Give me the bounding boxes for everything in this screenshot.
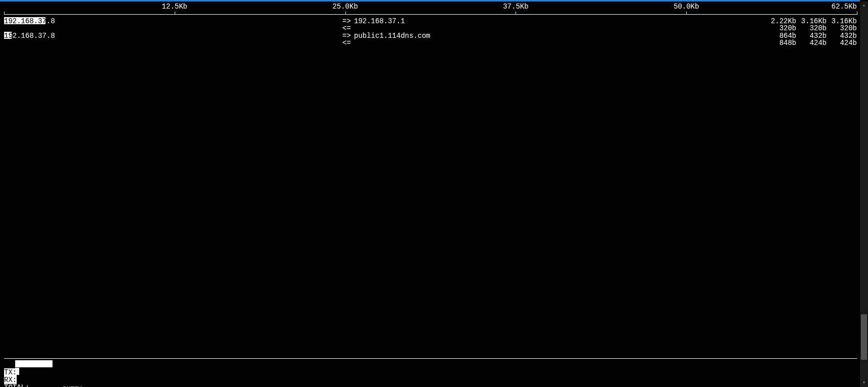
tx-bar <box>15 360 53 367</box>
window-top-accent <box>0 0 860 2</box>
scroll-up-icon[interactable]: ▴ <box>860 2 868 10</box>
recv-rates: 320b320b320b <box>766 24 857 32</box>
footer-rx-row: RX: 372B 1.14Kb 1.14Kb 744b 744b <box>4 368 857 375</box>
cumm-label: cumm: <box>62 384 83 387</box>
scale-tick <box>4 12 5 15</box>
connection-row[interactable]: 192.168.37.8=><=192.168.37.12.22Kb3.16Kb… <box>4 17 857 32</box>
destination-host: 192.168.37.1 <box>354 17 405 25</box>
scale-label: 25.0Kb <box>332 3 358 11</box>
vertical-scrollbar[interactable]: ▴ ▾ <box>860 2 868 387</box>
scale-tick <box>686 12 687 15</box>
scale-label: 37.5Kb <box>503 3 528 11</box>
scroll-down-icon[interactable]: ▾ <box>860 379 868 387</box>
bandwidth-scale: 12.5Kb25.0Kb37.5Kb50.0Kb62.5Kb <box>4 3 857 15</box>
scale-label: 62.5Kb <box>832 3 857 11</box>
arrow-recv-icon: <= <box>342 39 351 47</box>
summary-footer: TX: cumm: 1.79KB peak: 4.09Kb rates: 3.0… <box>4 358 857 383</box>
scale-tick <box>175 12 175 15</box>
rate-value: 848b <box>766 39 796 47</box>
source-host: 192.168.37.8 <box>4 17 55 25</box>
footer-total-row: TOTAL: 2.15KB 4.41Kb 4.20Kb 4.30Kb 4.30K… <box>4 375 857 383</box>
rate-value: 320b <box>827 24 857 32</box>
connection-list: 192.168.37.8=><=192.168.37.12.22Kb3.16Kb… <box>4 17 857 46</box>
source-host: 192.168.37.8 <box>4 32 55 40</box>
arrow-recv-icon: <= <box>342 24 351 32</box>
scale-tick <box>857 12 857 15</box>
scrollbar-thumb[interactable] <box>861 314 867 360</box>
footer-tx-row: TX: cumm: 1.79KB peak: 4.09Kb rates: 3.0… <box>4 360 857 368</box>
destination-host: public1.114dns.com <box>354 32 430 40</box>
scale-label: 12.5Kb <box>162 3 187 11</box>
rate-value: 424b <box>827 39 857 47</box>
rate-value: 424b <box>796 39 827 47</box>
recv-rates: 848b424b424b <box>766 39 857 47</box>
total-label: TOTAL: <box>4 383 29 387</box>
rate-value: 320b <box>766 24 796 32</box>
rate-value: 320b <box>796 24 827 32</box>
rx-bar <box>15 368 19 375</box>
scale-tick <box>516 12 516 15</box>
connection-row[interactable]: 192.168.37.8=><=public1.114dns.com864b43… <box>4 32 857 46</box>
scale-label: 50.0Kb <box>674 3 699 11</box>
scale-tick <box>345 12 346 15</box>
